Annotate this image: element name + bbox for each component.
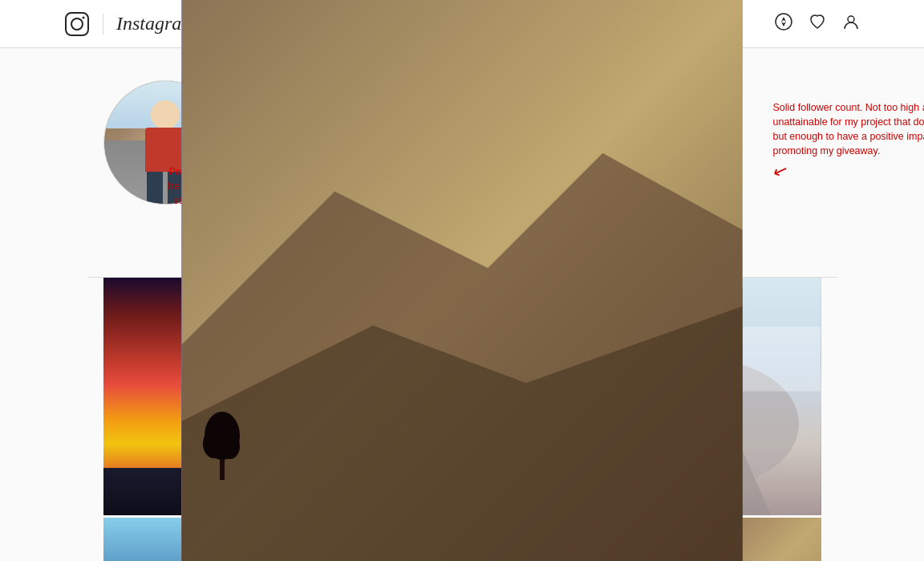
svg-point-10 bbox=[221, 433, 240, 459]
post-image-rocky bbox=[583, 518, 821, 561]
posts-grid bbox=[87, 278, 837, 561]
post-item[interactable] bbox=[583, 518, 821, 561]
